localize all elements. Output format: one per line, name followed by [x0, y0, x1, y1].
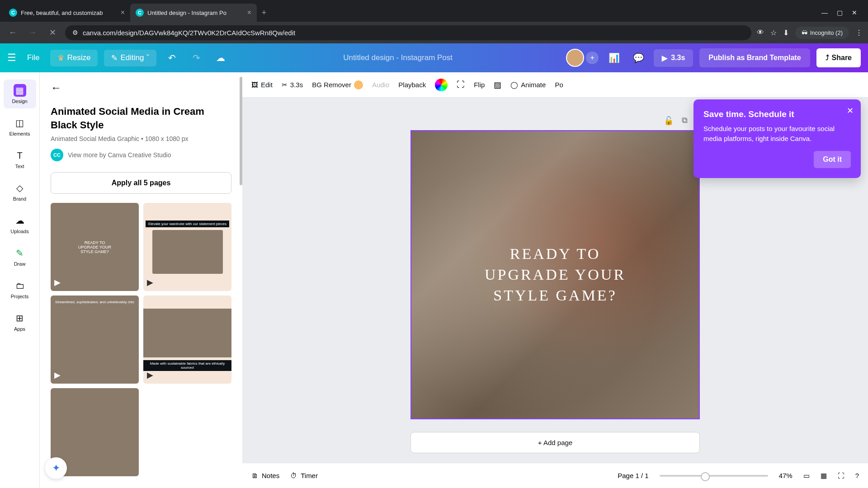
chevron-down-icon: ˇ — [146, 53, 149, 62]
canva-favicon: C — [136, 9, 144, 17]
cloud-sync-icon[interactable]: ☁ — [212, 49, 230, 67]
avatar[interactable] — [566, 49, 584, 67]
rail-draw[interactable]: ✎Draw — [4, 242, 36, 271]
zoom-value[interactable]: 47% — [779, 472, 793, 479]
bookmark-icon[interactable]: ☆ — [770, 28, 777, 37]
duplicate-page-icon[interactable]: ⧉ — [682, 116, 688, 126]
add-page-button[interactable]: + Add page — [410, 432, 700, 453]
color-picker[interactable] — [435, 79, 448, 91]
forward-icon: → — [25, 25, 40, 40]
new-tab-button[interactable]: + — [257, 5, 271, 20]
zoom-slider[interactable] — [660, 475, 768, 477]
template-page-thumb[interactable]: Elevate your wardrobe with our statement… — [143, 203, 231, 291]
timer-button[interactable]: ⏱Timer — [290, 472, 318, 479]
analytics-icon[interactable]: 📊 — [605, 49, 623, 67]
layout-icon: ▦ — [14, 84, 26, 97]
template-author-link[interactable]: CC View more by Canva Creative Studio — [51, 149, 231, 161]
browser-tab[interactable]: C Free, beautiful, and customizab × — [4, 4, 130, 22]
incognito-badge[interactable]: 🕶 Incognito (2) — [795, 27, 849, 39]
canva-header: ☰ File ♛ Resize ✎ Editing ˇ ↶ ↷ ☁ Untitl… — [0, 43, 868, 72]
draw-icon: ✎ — [14, 247, 26, 259]
share-button[interactable]: ⤴ Share — [816, 48, 861, 67]
close-window-icon[interactable]: ✕ — [852, 9, 857, 16]
edit-image-button[interactable]: 🖼Edit — [251, 81, 273, 89]
brand-icon: ◇ — [14, 182, 26, 194]
browser-tab-active[interactable]: C Untitled design - Instagram Po × — [130, 4, 257, 22]
minimize-icon[interactable]: — — [821, 9, 828, 16]
clip-duration-button[interactable]: ✂3.3s — [282, 81, 303, 89]
resize-button[interactable]: ♛ Resize — [50, 50, 98, 66]
page-indicator[interactable]: Page 1 / 1 — [618, 472, 648, 479]
notes-button[interactable]: 🗎Notes — [251, 472, 279, 479]
fullscreen-icon[interactable]: ⛶ — [838, 472, 844, 479]
help-icon[interactable]: ? — [855, 472, 859, 479]
maximize-icon[interactable]: ▢ — [837, 9, 843, 16]
close-icon[interactable]: ✕ — [847, 106, 854, 116]
template-title: Animated Social Media in Cream Black Sty… — [51, 105, 231, 131]
rail-elements[interactable]: ◫Elements — [4, 112, 36, 141]
play-preview-button[interactable]: ▶ 3.3s — [654, 49, 693, 67]
lock-icon[interactable]: 🔓 — [664, 116, 674, 126]
canvas-area: 🖼Edit ✂3.3s BG Remover Audio Playback ⛶ … — [242, 72, 868, 488]
template-page-thumb[interactable]: Streamlined, sophisticated, and unbeliev… — [51, 296, 139, 384]
position-button[interactable]: Po — [555, 81, 563, 89]
redo-icon[interactable]: ↷ — [187, 49, 205, 67]
page-view-icon[interactable]: ▭ — [803, 472, 810, 480]
design-title[interactable]: Untitled design - Instagram Post — [236, 53, 560, 62]
left-rail: ▦Design ◫Elements TText ◇Brand ☁Uploads … — [0, 72, 40, 488]
flip-button[interactable]: Flip — [474, 81, 485, 89]
file-menu[interactable]: File — [23, 50, 44, 66]
add-collaborator-button[interactable]: + — [586, 52, 599, 64]
editing-mode[interactable]: ✎ Editing ˇ — [104, 50, 156, 66]
apply-all-pages-button[interactable]: Apply all 5 pages — [51, 172, 231, 194]
close-icon[interactable]: × — [247, 9, 251, 17]
crop-icon[interactable]: ⛶ — [457, 80, 465, 89]
site-settings-icon[interactable]: ⚙ — [72, 29, 78, 36]
canvas-headline[interactable]: READY TO UPGRADE YOUR STYLE GAME? — [485, 244, 626, 306]
bg-remover-button[interactable]: BG Remover — [312, 80, 363, 89]
canva-favicon: C — [9, 9, 17, 17]
hamburger-icon[interactable]: ☰ — [7, 52, 16, 64]
apps-icon: ⊞ — [14, 312, 26, 324]
undo-icon[interactable]: ↶ — [163, 49, 181, 67]
rail-brand[interactable]: ◇Brand — [4, 177, 36, 206]
play-icon: ▶ — [662, 54, 667, 62]
menu-icon[interactable]: ⋮ — [855, 28, 863, 37]
back-arrow-icon[interactable]: ← — [51, 81, 231, 94]
rail-uploads[interactable]: ☁Uploads — [4, 210, 36, 239]
template-panel: ← Animated Social Media in Cream Black S… — [40, 72, 242, 488]
playback-button[interactable]: Playback — [398, 81, 426, 89]
grid-view-icon[interactable]: ▦ — [821, 472, 827, 480]
animate-button[interactable]: ◯Animate — [510, 81, 546, 89]
back-icon[interactable]: ← — [5, 25, 20, 40]
context-toolbar: 🖼Edit ✂3.3s BG Remover Audio Playback ⛶ … — [242, 72, 868, 98]
eye-off-icon[interactable]: 👁 — [757, 28, 764, 37]
shapes-icon: ◫ — [14, 117, 26, 129]
rail-projects[interactable]: 🗀Projects — [4, 275, 36, 304]
pro-badge-icon — [354, 80, 363, 89]
timer-icon: ⏱ — [290, 472, 297, 479]
comment-icon[interactable]: 💬 — [629, 49, 647, 67]
edit-icon: 🖼 — [251, 81, 258, 89]
close-icon[interactable]: × — [121, 9, 125, 17]
schedule-tooltip: ✕ Save time. Schedule it Schedule your p… — [693, 99, 861, 178]
reload-icon[interactable]: ✕ — [45, 25, 60, 40]
download-icon[interactable]: ⬇ — [783, 28, 789, 37]
share-icon: ⤴ — [826, 54, 829, 62]
tooltip-cta-button[interactable]: Got it — [814, 151, 851, 168]
tab-strip: C Free, beautiful, and customizab × C Un… — [0, 0, 868, 22]
cloud-upload-icon: ☁ — [14, 214, 26, 227]
transparency-icon[interactable]: ▨ — [494, 80, 501, 90]
template-page-thumb[interactable]: Made with sustainable fabrics that are e… — [143, 296, 231, 384]
tooltip-title: Save time. Schedule it — [703, 109, 851, 119]
incognito-icon: 🕶 — [802, 29, 807, 36]
magic-button[interactable]: ✦ — [45, 457, 67, 479]
rail-apps[interactable]: ⊞Apps — [4, 307, 36, 336]
scissors-icon: ✂ — [282, 81, 288, 89]
url-field[interactable]: ⚙ canva.com/design/DAGVwk84gKQ/2TWv0K2Dr… — [65, 25, 751, 40]
design-canvas[interactable]: READY TO UPGRADE YOUR STYLE GAME? — [410, 130, 700, 419]
rail-text[interactable]: TText — [4, 145, 36, 174]
template-page-thumb[interactable]: READY TO UPGRADE YOUR STYLE GAME?▶ — [51, 203, 139, 291]
rail-design[interactable]: ▦Design — [4, 80, 36, 108]
publish-brand-button[interactable]: Publish as Brand Template — [699, 48, 810, 67]
